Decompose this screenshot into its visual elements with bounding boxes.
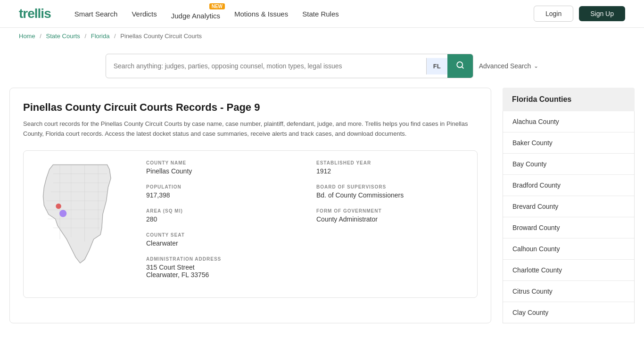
sidebar: Florida Counties Alachua County Baker Co… [503,88,635,323]
nav-state-rules[interactable]: State Rules [302,10,339,18]
signup-button[interactable]: Sign Up [579,6,625,21]
sidebar-header: Florida Counties [503,88,635,111]
svg-point-13 [59,210,66,217]
sidebar-item-bradford[interactable]: Bradford County [503,175,634,196]
logo[interactable]: trellis [19,6,51,21]
form-of-gov-value: County Administrator [316,215,468,223]
admin-address-line2: Clearwater, FL 33756 [146,271,297,279]
sidebar-item-bay[interactable]: Bay County [503,154,634,175]
info-col-right: ESTABLISHED YEAR 1912 BOARD OF SUPERVISO… [316,160,468,288]
population-item: POPULATION 917,398 [146,184,297,199]
established-year-label: ESTABLISHED YEAR [316,160,468,165]
established-year-item: ESTABLISHED YEAR 1912 [316,160,468,175]
florida-map [33,160,127,264]
search-input[interactable] [106,56,426,76]
county-seat-label: COUNTY SEAT [146,232,297,238]
chevron-down-icon: ⌄ [534,63,538,69]
login-button[interactable]: Login [534,6,573,22]
nav-motions-issues[interactable]: Motions & Issues [234,10,288,18]
svg-line-1 [462,66,463,68]
sidebar-item-charlotte[interactable]: Charlotte County [503,260,634,281]
population-value: 917,398 [146,191,297,199]
sidebar-item-brevard[interactable]: Brevard County [503,196,634,217]
page-description: Search court records for the Pinellas Co… [23,119,478,139]
main-content: Pinellas County Circuit Courts Records -… [0,88,644,342]
new-badge: NEW [209,3,225,9]
admin-address-item: ADMINISTRATION ADDRESS 315 Court Street … [146,256,297,279]
board-supervisors-value: Bd. of County Commissioners [316,191,468,199]
sidebar-item-citrus[interactable]: Citrus County [503,281,634,302]
area-value: 280 [146,215,297,223]
breadcrumb-home[interactable]: Home [19,33,35,40]
breadcrumb-state-courts[interactable]: State Courts [46,33,80,40]
sidebar-item-clay[interactable]: Clay County [503,302,634,323]
form-of-gov-label: FORM OF GOVERNMENT [316,208,468,214]
sidebar-county-list: Alachua County Baker County Bay County B… [503,111,635,323]
nav-smart-search[interactable]: Smart Search [74,10,118,18]
main-nav: Smart Search Verdicts Judge Analytics NE… [74,8,339,20]
admin-address-line1: 315 Court Street [146,263,297,271]
search-section: FL Advanced Search ⌄ [0,44,644,88]
nav-verdicts[interactable]: Verdicts [132,10,157,18]
map-area [33,160,137,288]
board-supervisors-label: BOARD OF SUPERVISORS [316,184,468,189]
established-year-value: 1912 [316,167,468,175]
breadcrumb: Home / State Courts / Florida / Pinellas… [0,28,644,44]
nav-judge-analytics[interactable]: Judge Analytics NEW [171,8,220,20]
breadcrumb-current: Pinellas County Circuit Courts [120,33,202,40]
search-icon [456,61,464,69]
search-button[interactable] [447,54,473,78]
advanced-search-toggle[interactable]: Advanced Search ⌄ [479,62,539,70]
breadcrumb-sep-1: / [40,33,41,40]
admin-address-label: ADMINISTRATION ADDRESS [146,256,297,262]
content-panel: Pinellas County Circuit Courts Records -… [9,88,491,323]
page-title: Pinellas County Circuit Courts Records -… [23,101,478,114]
header-actions: Login Sign Up [534,6,625,22]
sidebar-item-broward[interactable]: Broward County [503,217,634,239]
area-item: AREA (SQ MI) 280 [146,208,297,223]
county-name-item: COUNTY NAME Pinellas County [146,160,297,175]
breadcrumb-florida[interactable]: Florida [91,33,110,40]
sidebar-item-alachua[interactable]: Alachua County [503,111,634,132]
header: trellis Smart Search Verdicts Judge Anal… [0,0,644,28]
sidebar-item-calhoun[interactable]: Calhoun County [503,239,634,260]
county-name-value: Pinellas County [146,167,297,175]
county-seat-value: Clearwater [146,239,297,247]
county-name-label: COUNTY NAME [146,160,297,165]
county-info: COUNTY NAME Pinellas County POPULATION 9… [23,150,478,298]
info-col-left: COUNTY NAME Pinellas County POPULATION 9… [146,160,297,288]
breadcrumb-sep-3: / [114,33,116,40]
population-label: POPULATION [146,184,297,189]
search-wrapper: FL [106,54,473,78]
info-columns: COUNTY NAME Pinellas County POPULATION 9… [146,160,468,288]
breadcrumb-sep-2: / [84,33,86,40]
form-of-gov-item: FORM OF GOVERNMENT County Administrator [316,208,468,223]
state-badge: FL [426,58,447,74]
area-label: AREA (SQ MI) [146,208,297,214]
board-supervisors-item: BOARD OF SUPERVISORS Bd. of County Commi… [316,184,468,199]
county-seat-item: COUNTY SEAT Clearwater [146,232,297,247]
svg-point-14 [56,203,61,208]
sidebar-item-baker[interactable]: Baker County [503,132,634,154]
